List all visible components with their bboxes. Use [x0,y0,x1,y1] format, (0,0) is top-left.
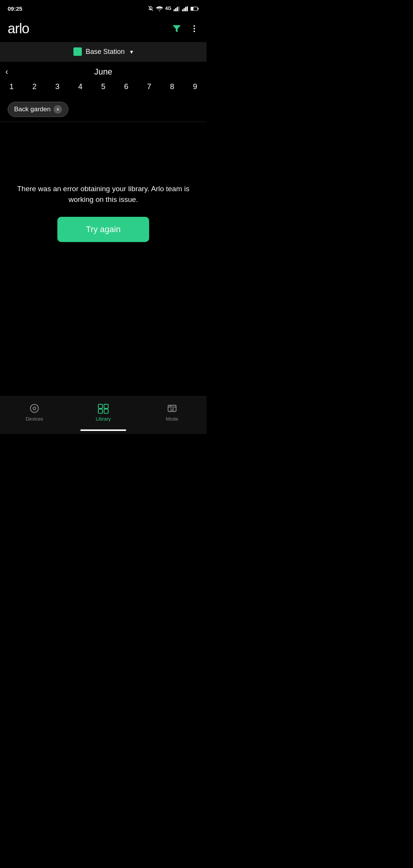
mode-label: Mode [166,416,179,422]
main-content-area: There was an error obtaining your librar… [0,122,206,304]
chevron-down-icon: ▾ [130,48,133,55]
wifi-icon [156,5,163,11]
home-indicator-bar [0,429,206,434]
svg-rect-4 [182,9,183,11]
calendar-day-2[interactable]: 2 [23,82,46,91]
network-icon: 4G [165,6,171,11]
devices-label: Devices [26,416,43,422]
error-message: There was an error obtaining your librar… [11,184,195,205]
mute-icon [148,5,154,12]
base-station-bar[interactable]: Base Station ▾ [0,42,206,62]
arlo-logo: arlo [8,21,29,37]
filter-row: Back garden × [0,96,206,122]
status-time: 09:25 [8,5,22,12]
svg-rect-0 [174,9,175,11]
filter-chip-close-button[interactable]: × [54,105,62,114]
signal-icon-2 [182,5,188,11]
home-indicator [80,429,126,431]
svg-rect-19 [104,409,108,413]
calendar-day-6[interactable]: 6 [115,82,138,91]
svg-rect-20 [168,405,176,411]
calendar-day-8[interactable]: 8 [161,82,184,91]
library-icon [98,402,109,414]
calendar-day-7[interactable]: 7 [138,82,161,91]
calendar-days-row: 1 2 3 4 5 6 7 8 9 [0,78,206,96]
try-again-button[interactable]: Try again [57,217,149,242]
filter-icon[interactable] [171,23,182,34]
svg-rect-10 [191,7,193,10]
calendar-day-1[interactable]: 1 [0,82,23,91]
more-options-icon[interactable] [190,23,199,34]
svg-point-15 [33,407,36,410]
devices-icon [29,402,40,414]
svg-point-14 [31,405,39,413]
svg-point-12 [193,28,195,29]
svg-rect-7 [187,6,188,11]
bottom-nav: Devices Library Mode [0,396,206,429]
svg-point-13 [193,31,195,32]
calendar-day-4[interactable]: 4 [69,82,92,91]
battery-icon [190,6,199,11]
svg-rect-9 [198,8,198,10]
calendar-back-button[interactable]: ‹ [5,67,8,77]
base-station-label: Base Station [86,48,125,56]
svg-rect-16 [98,404,102,408]
library-label: Library [96,416,111,422]
nav-item-library[interactable]: Library [84,401,122,422]
calendar-day-9[interactable]: 9 [184,82,206,91]
status-bar: 09:25 4G [0,0,206,15]
nav-item-devices[interactable]: Devices [15,402,54,422]
nav-item-mode[interactable]: Mode [153,402,191,422]
status-icons: 4G [148,5,199,12]
base-station-icon [73,47,82,56]
svg-rect-18 [98,409,102,413]
svg-rect-1 [175,8,176,11]
app-header: arlo [0,15,206,42]
svg-point-11 [193,25,195,27]
calendar-day-3[interactable]: 3 [46,82,69,91]
svg-rect-3 [178,6,179,11]
calendar-day-5[interactable]: 5 [92,82,115,91]
filter-chip-back-garden[interactable]: Back garden × [8,102,68,117]
header-actions [171,23,199,34]
svg-rect-5 [184,8,185,11]
svg-rect-6 [185,7,186,11]
signal-icon [174,5,180,11]
svg-rect-2 [177,7,178,11]
mode-icon [167,402,177,414]
calendar-header: ‹ June [0,62,206,78]
calendar-month-label: June [8,67,199,77]
svg-rect-17 [104,404,108,408]
filter-chip-label: Back garden [14,106,50,113]
